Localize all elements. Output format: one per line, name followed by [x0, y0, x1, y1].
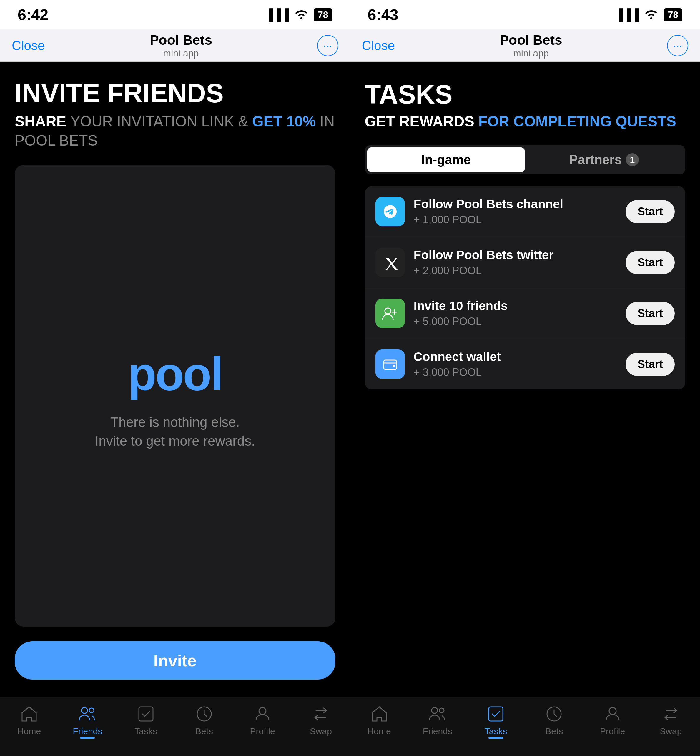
toggle-ingame-label: In-game — [421, 152, 471, 167]
right-battery: 78 — [664, 8, 682, 22]
tab-bets-label-left: Bets — [195, 726, 213, 736]
toggle-partners-label: Partners — [569, 152, 622, 167]
svg-point-8 — [432, 708, 438, 713]
telegram-task-reward: + 1,000 POOL — [414, 214, 617, 226]
tab-home-left[interactable]: Home — [0, 704, 58, 736]
tab-tasks-left[interactable]: Tasks — [117, 704, 175, 736]
right-status-icons: ▐▐▐ 78 — [615, 8, 682, 22]
right-nav-title: Pool Bets — [500, 32, 562, 48]
tab-tasks-right[interactable]: Tasks — [467, 704, 525, 736]
tab-bets-right[interactable]: Bets — [525, 704, 583, 736]
right-signal-icon: ▐▐▐ — [615, 9, 639, 21]
left-nav-subtitle: mini app — [163, 48, 199, 59]
tab-friends-right[interactable]: Friends — [408, 704, 467, 736]
invite-subtext: SHARE YOUR INVITATION LINK & GET 10% IN … — [15, 112, 336, 150]
task-twitter: Follow Pool Bets twitter + 2,000 POOL St… — [365, 237, 686, 288]
svg-point-0 — [81, 708, 88, 713]
left-status-icons: ▐▐▐ 78 — [265, 8, 332, 22]
right-close-button[interactable]: Close — [362, 38, 395, 53]
tab-friends-underline-left — [80, 737, 95, 739]
friends-task-info: Invite 10 friends + 5,000 POOL — [414, 299, 617, 328]
right-nav-bar: Close Pool Bets mini app ··· — [350, 30, 700, 62]
svg-rect-6 — [384, 360, 397, 369]
twitter-task-reward: + 2,000 POOL — [414, 264, 617, 277]
friends-icon-wrap — [375, 298, 405, 328]
left-nav-bar: Close Pool Bets mini app ··· — [0, 30, 350, 62]
wifi-icon — [294, 8, 308, 22]
tab-tasks-label-right: Tasks — [484, 726, 507, 736]
pool-logo: pool — [128, 347, 222, 401]
toggle-ingame[interactable]: In-game — [367, 147, 525, 172]
invite-button[interactable]: Invite — [15, 641, 336, 679]
tab-tasks-label-left: Tasks — [134, 726, 157, 736]
invite-screen: INVITE FRIENDS SHARE YOUR INVITATION LIN… — [0, 62, 350, 697]
invite-card-line1: There is nothing else. — [110, 414, 240, 430]
tab-swap-right[interactable]: Swap — [642, 704, 700, 736]
tab-home-right[interactable]: Home — [350, 704, 408, 736]
tab-swap-left[interactable]: Swap — [292, 704, 350, 736]
right-nav-title-block: Pool Bets mini app — [500, 32, 562, 59]
friends-task-title: Invite 10 friends — [414, 299, 617, 313]
right-phone: 6:43 ▐▐▐ 78 Close Pool Bets mini app ···… — [350, 0, 700, 756]
right-status-bar: 6:43 ▐▐▐ 78 — [350, 0, 700, 30]
tab-profile-right[interactable]: Profile — [583, 704, 642, 736]
telegram-icon-wrap — [375, 197, 405, 226]
tab-tasks-underline-right — [488, 737, 503, 739]
left-close-button[interactable]: Close — [12, 38, 45, 53]
ellipsis-icon: ··· — [323, 39, 332, 52]
tab-friends-label-right: Friends — [423, 726, 452, 736]
friends-start-button[interactable]: Start — [625, 302, 675, 325]
tab-swap-label-right: Swap — [660, 726, 682, 736]
right-time: 6:43 — [368, 6, 398, 23]
wallet-task-reward: + 3,000 POOL — [414, 366, 617, 379]
left-nav-title-block: Pool Bets mini app — [150, 32, 212, 59]
right-ellipsis-icon: ··· — [673, 39, 682, 52]
left-battery: 78 — [314, 8, 333, 22]
left-nav-title: Pool Bets — [150, 32, 212, 48]
tab-bets-left[interactable]: Bets — [175, 704, 233, 736]
right-tab-bar: Home Friends Tasks Bets — [350, 697, 700, 756]
twitter-task-info: Follow Pool Bets twitter + 2,000 POOL — [414, 248, 617, 277]
telegram-task-title: Follow Pool Bets channel — [414, 197, 617, 211]
signal-icon: ▐▐▐ — [265, 9, 289, 21]
tasks-subtext: GET REWARDS FOR COMPLETING QUESTS — [365, 112, 686, 130]
tasks-screen: TASKS GET REWARDS FOR COMPLETING QUESTS … — [350, 62, 700, 697]
invite-blue-text: GET 10% — [252, 113, 316, 130]
svg-point-12 — [609, 708, 616, 714]
invite-card-line2: Invite to get more rewards. — [95, 433, 255, 448]
task-friends: Invite 10 friends + 5,000 POOL Start — [365, 288, 686, 339]
wallet-task-info: Connect wallet + 3,000 POOL — [414, 350, 617, 379]
tab-profile-left[interactable]: Profile — [233, 704, 292, 736]
svg-point-9 — [439, 708, 444, 713]
left-status-bar: 6:42 ▐▐▐ 78 — [0, 0, 350, 30]
tab-profile-label-right: Profile — [600, 726, 625, 736]
telegram-task-info: Follow Pool Bets channel + 1,000 POOL — [414, 197, 617, 226]
right-wifi-icon — [644, 8, 658, 22]
right-main-content: TASKS GET REWARDS FOR COMPLETING QUESTS … — [350, 62, 700, 697]
right-more-button[interactable]: ··· — [667, 35, 688, 56]
twitter-start-button[interactable]: Start — [625, 251, 675, 274]
left-more-button[interactable]: ··· — [317, 35, 338, 56]
wallet-start-button[interactable]: Start — [625, 353, 675, 376]
invite-card: pool There is nothing else. Invite to ge… — [15, 165, 336, 627]
tab-friends-left[interactable]: Friends — [58, 704, 117, 736]
invite-card-text: There is nothing else. Invite to get mor… — [95, 413, 255, 451]
task-telegram: Follow Pool Bets channel + 1,000 POOL St… — [365, 186, 686, 237]
toggle-partners[interactable]: Partners 1 — [525, 147, 683, 172]
right-nav-subtitle: mini app — [513, 48, 549, 59]
wallet-task-title: Connect wallet — [414, 350, 617, 364]
invite-share-label: SHARE — [15, 113, 66, 130]
invite-gray-text: YOUR INVITATION LINK & — [70, 113, 252, 130]
left-time: 6:42 — [18, 6, 48, 23]
tasks-toggle: In-game Partners 1 — [365, 145, 686, 175]
svg-point-5 — [385, 308, 391, 314]
partners-badge: 1 — [626, 153, 639, 166]
tasks-heading: TASKS — [365, 80, 686, 110]
x-icon-wrap — [375, 248, 405, 277]
tasks-subtext-blue: FOR COMPLETING QUESTS — [478, 113, 676, 130]
friends-task-reward: + 5,000 POOL — [414, 316, 617, 328]
tab-swap-label-left: Swap — [310, 726, 332, 736]
task-wallet: Connect wallet + 3,000 POOL Start — [365, 339, 686, 389]
task-list: Follow Pool Bets channel + 1,000 POOL St… — [365, 186, 686, 389]
telegram-start-button[interactable]: Start — [625, 200, 675, 223]
